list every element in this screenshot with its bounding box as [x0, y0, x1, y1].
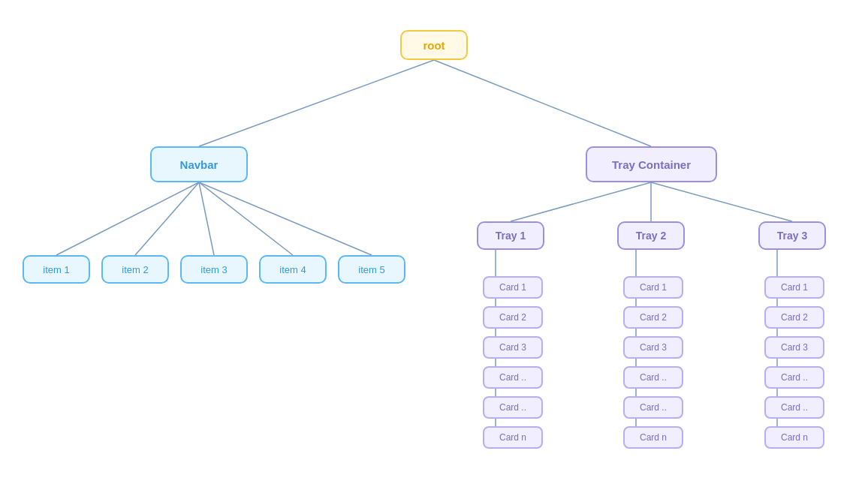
svg-line-0 [199, 60, 434, 146]
connector-lines [0, 0, 868, 499]
tray2-card-2: Card 2 [623, 306, 683, 329]
item-2-label: item 2 [122, 264, 148, 275]
tray2-card-1: Card 1 [623, 276, 683, 299]
navbar-item-2: item 2 [101, 255, 169, 284]
item-4-label: item 4 [279, 264, 306, 275]
navbar-item-1: item 1 [23, 255, 90, 284]
item-1-label: item 1 [43, 264, 69, 275]
tray1-card-3: Card 3 [483, 336, 543, 359]
tray3-card-2: Card 2 [764, 306, 824, 329]
tray-2-label: Tray 2 [636, 230, 666, 242]
tray3-card-5: Card .. [764, 396, 824, 419]
tray1-card-4: Card .. [483, 366, 543, 389]
svg-line-4 [199, 182, 214, 255]
navbar-node: Navbar [150, 146, 248, 182]
root-label: root [423, 39, 445, 52]
tray3-card-6: Card n [764, 426, 824, 449]
tray1-card-1: Card 1 [483, 276, 543, 299]
tray-3-label: Tray 3 [777, 230, 807, 242]
tray2-card-4: Card .. [623, 366, 683, 389]
svg-line-2 [56, 182, 199, 255]
tray-2-node: Tray 2 [617, 221, 685, 250]
navbar-item-4: item 4 [259, 255, 327, 284]
diagram: root Navbar Tray Container item 1 item 2… [0, 0, 868, 499]
tray3-card-4: Card .. [764, 366, 824, 389]
tray3-card-1: Card 1 [764, 276, 824, 299]
svg-line-1 [434, 60, 651, 146]
tray2-card-6: Card n [623, 426, 683, 449]
svg-line-6 [199, 182, 372, 255]
tray-1-node: Tray 1 [477, 221, 544, 250]
tray3-card-3: Card 3 [764, 336, 824, 359]
svg-line-7 [511, 182, 651, 221]
tray-1-label: Tray 1 [496, 230, 526, 242]
tray2-card-5: Card .. [623, 396, 683, 419]
tray-container-label: Tray Container [612, 158, 691, 171]
root-node: root [400, 30, 468, 60]
navbar-item-5: item 5 [338, 255, 405, 284]
svg-line-3 [135, 182, 199, 255]
tray1-card-5: Card .. [483, 396, 543, 419]
navbar-item-3: item 3 [180, 255, 248, 284]
tray-3-node: Tray 3 [758, 221, 826, 250]
tray2-card-3: Card 3 [623, 336, 683, 359]
navbar-label: Navbar [180, 158, 219, 171]
item-5-label: item 5 [358, 264, 384, 275]
svg-line-5 [199, 182, 293, 255]
item-3-label: item 3 [200, 264, 227, 275]
tray1-card-2: Card 2 [483, 306, 543, 329]
svg-line-9 [651, 182, 792, 221]
tray-container-node: Tray Container [586, 146, 717, 182]
tray1-card-6: Card n [483, 426, 543, 449]
